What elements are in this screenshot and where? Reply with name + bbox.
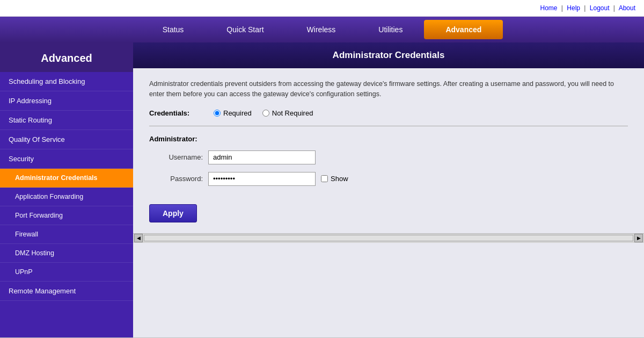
radio-not-required-input[interactable] <box>262 110 269 117</box>
show-password-group[interactable]: Show <box>321 175 348 183</box>
sidebar-item-admin-credentials[interactable]: Administrator Credentials <box>0 169 133 188</box>
main-layout: Advanced Scheduling and Blocking IP Addr… <box>0 42 644 337</box>
sidebar-title: Advanced <box>0 42 133 72</box>
sidebar-item-remote-mgmt[interactable]: Remote Management <box>0 282 133 301</box>
admin-section: Administrator: Username: Password: Show <box>149 135 628 186</box>
horizontal-scrollbar[interactable]: ◀ ▶ <box>133 233 644 243</box>
nav-utilities[interactable]: Utilities <box>357 20 424 39</box>
username-input[interactable] <box>208 150 316 164</box>
radio-not-required-label: Not Required <box>272 109 313 117</box>
top-bar: Home | Help | Logout | About <box>0 0 644 17</box>
sidebar-item-app-forwarding[interactable]: Application Forwarding <box>0 188 133 206</box>
scroll-track[interactable] <box>144 235 633 241</box>
apply-button[interactable]: Apply <box>149 204 197 222</box>
content-area: Administrator Credentials Administrator … <box>133 42 644 337</box>
sidebar-item-ip-addressing[interactable]: IP Addressing <box>0 91 133 111</box>
sep3: | <box>613 4 615 12</box>
username-label: Username: <box>149 153 203 161</box>
show-password-checkbox[interactable] <box>321 175 328 182</box>
radio-not-required[interactable]: Not Required <box>262 109 313 117</box>
sep1: | <box>561 4 563 12</box>
help-link[interactable]: Help <box>567 4 580 12</box>
radio-group: Required Not Required <box>214 109 313 117</box>
content-header: Administrator Credentials <box>133 42 644 68</box>
nav-quickstart[interactable]: Quick Start <box>205 20 285 39</box>
description-text: Administrator credentials prevent outsid… <box>149 79 628 99</box>
password-label: Password: <box>149 175 203 183</box>
sidebar-item-qos[interactable]: Quality Of Service <box>0 130 133 149</box>
logout-link[interactable]: Logout <box>590 4 610 12</box>
sidebar-item-scheduling[interactable]: Scheduling and Blocking <box>0 72 133 91</box>
radio-required-label: Required <box>223 109 252 117</box>
sidebar-item-port-forwarding[interactable]: Port Forwarding <box>0 206 133 225</box>
scroll-left-arrow[interactable]: ◀ <box>134 234 143 242</box>
username-row: Username: <box>149 150 628 164</box>
sidebar-item-dmz[interactable]: DMZ Hosting <box>0 244 133 263</box>
nav-bar: Status Quick Start Wireless Utilities Ad… <box>0 17 644 42</box>
content-body: Administrator credentials prevent outsid… <box>133 68 644 233</box>
scroll-right-arrow[interactable]: ▶ <box>634 234 643 242</box>
radio-required-input[interactable] <box>214 110 221 117</box>
admin-section-title: Administrator: <box>149 135 628 143</box>
radio-required[interactable]: Required <box>214 109 252 117</box>
nav-wireless[interactable]: Wireless <box>286 20 357 39</box>
password-input[interactable] <box>208 172 316 186</box>
home-link[interactable]: Home <box>540 4 557 12</box>
credentials-row: Credentials: Required Not Required <box>149 109 628 126</box>
credentials-label: Credentials: <box>149 109 203 117</box>
nav-status[interactable]: Status <box>141 20 206 39</box>
content-inner: Administrator Credentials Administrator … <box>133 42 644 248</box>
about-link[interactable]: About <box>619 4 635 12</box>
sidebar-item-firewall[interactable]: Firewall <box>0 225 133 244</box>
sidebar-item-security[interactable]: Security <box>0 149 133 169</box>
sidebar-item-static-routing[interactable]: Static Routing <box>0 111 133 130</box>
sep2: | <box>584 4 586 12</box>
nav-advanced[interactable]: Advanced <box>424 20 503 39</box>
show-label: Show <box>331 175 348 183</box>
sidebar: Advanced Scheduling and Blocking IP Addr… <box>0 42 133 337</box>
password-row: Password: Show <box>149 172 628 186</box>
sidebar-item-upnp[interactable]: UPnP <box>0 263 133 282</box>
